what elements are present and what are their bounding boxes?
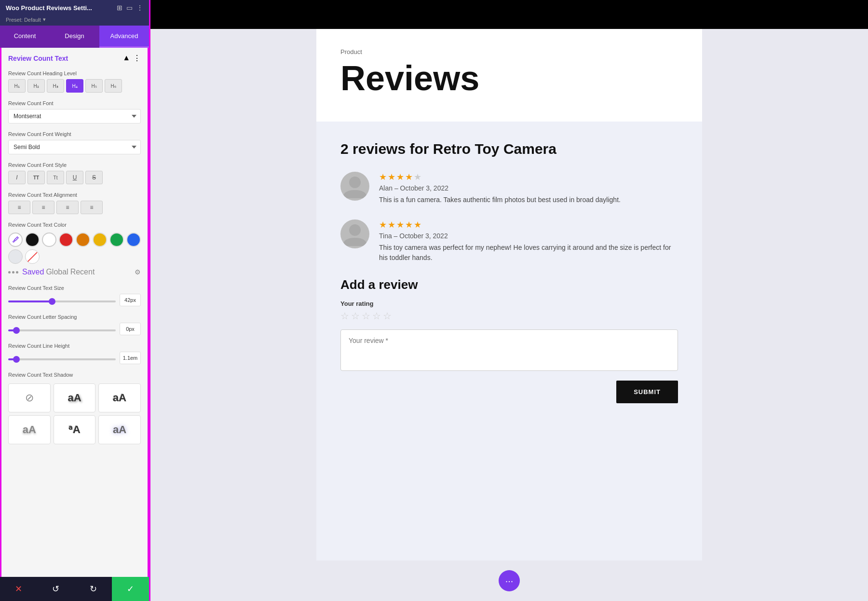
tab-advanced[interactable]: Advanced <box>99 26 149 48</box>
main-content: Product Reviews 2 reviews for Retro Toy … <box>150 0 868 601</box>
reviewer-meta-1: Alan – October 3, 2022 <box>379 184 621 192</box>
window-icon[interactable]: ▭ <box>126 4 133 12</box>
collapse-icon[interactable]: ▲ <box>122 54 130 63</box>
text-size-slider[interactable] <box>8 300 116 302</box>
no-shadow-icon: ⊘ <box>25 392 34 404</box>
color-orange[interactable] <box>76 232 90 247</box>
font-select[interactable]: Montserrat <box>8 109 141 123</box>
global-tab[interactable]: Global <box>46 268 68 276</box>
capitalize-button[interactable]: Tt <box>47 171 64 184</box>
saved-tab[interactable]: Saved <box>22 268 44 276</box>
align-right-button[interactable]: ≡ <box>56 201 79 214</box>
rating-star-5[interactable]: ☆ <box>383 310 392 322</box>
color-yellow[interactable] <box>93 232 107 247</box>
color-red[interactable] <box>59 232 73 247</box>
star-4: ★ <box>405 172 413 182</box>
letter-spacing-value[interactable]: 0px <box>120 323 141 335</box>
color-white[interactable] <box>42 232 56 247</box>
align-left-button[interactable]: ≡ <box>8 201 30 214</box>
more-icon[interactable]: ⋮ <box>136 4 143 12</box>
color-green[interactable] <box>109 232 124 247</box>
cancel-button[interactable]: ✕ <box>0 577 37 601</box>
line-height-field: Review Count Line Height 1.1em <box>1 339 148 368</box>
font-weight-select[interactable]: Semi Bold <box>8 140 141 154</box>
rating-star-4[interactable]: ☆ <box>372 310 381 322</box>
tab-design[interactable]: Design <box>50 26 99 48</box>
color-black[interactable] <box>25 232 40 247</box>
letter-spacing-field: Review Count Letter Spacing 0px <box>1 310 148 339</box>
color-more-dots[interactable] <box>8 270 18 274</box>
save-button[interactable]: ✓ <box>112 577 149 601</box>
font-weight-label: Review Count Font Weight <box>8 131 141 137</box>
reviews-count-heading: 2 reviews for Retro Toy Camera <box>340 141 678 157</box>
preset-chevron[interactable]: ▾ <box>43 16 46 23</box>
h4-button[interactable]: H₄ <box>66 79 83 93</box>
italic-button[interactable]: I <box>8 171 26 184</box>
shadow-5-button[interactable]: aA <box>98 415 141 444</box>
underline-button[interactable]: U <box>66 171 83 184</box>
shadow-1-button[interactable]: aA <box>54 383 96 412</box>
h6-button[interactable]: H₆ <box>105 79 122 93</box>
review-textarea[interactable] <box>341 330 678 369</box>
shadow-none-button[interactable]: ⊘ <box>8 383 51 412</box>
redo-button[interactable]: ↻ <box>75 577 112 601</box>
uppercase-button[interactable]: TT <box>27 171 45 184</box>
text-shadow-label: Review Count Text Shadow <box>8 372 141 378</box>
sidebar-header-actions: ⊞ ▭ ⋮ <box>117 4 143 12</box>
shadow-3-button[interactable]: aA <box>8 415 51 444</box>
grid-icon[interactable]: ⊞ <box>117 4 122 12</box>
review-content-2: ★ ★ ★ ★ ★ Tina – October 3, 2022 This to… <box>379 219 678 263</box>
color-erase[interactable] <box>25 249 40 264</box>
shadow-4-button[interactable]: ᵃA <box>54 415 96 444</box>
submit-button[interactable]: SUBMIT <box>616 381 678 403</box>
review-text-2: This toy camera was perfect for my nephe… <box>379 243 678 263</box>
text-size-slider-container <box>8 296 116 304</box>
text-color-field: Review Count Text Color <box>1 218 148 281</box>
strikethrough-button[interactable]: S <box>85 171 103 184</box>
color-light[interactable] <box>8 249 23 264</box>
undo-button[interactable]: ↺ <box>37 577 74 601</box>
text-size-label: Review Count Text Size <box>8 285 141 291</box>
section-more-icon[interactable]: ⋮ <box>133 54 141 63</box>
reviews-heading: Reviews <box>340 59 678 97</box>
h2-button[interactable]: H₂ <box>27 79 45 93</box>
shadow-2-button[interactable]: aA <box>98 383 141 412</box>
preview-area: Product Reviews 2 reviews for Retro Toy … <box>150 29 868 601</box>
product-label: Product <box>340 48 678 55</box>
submit-row: SUBMIT <box>340 381 678 403</box>
letter-spacing-label: Review Count Letter Spacing <box>8 314 141 320</box>
floating-dots-button[interactable]: ··· <box>499 570 520 591</box>
add-review-heading: Add a review <box>340 277 678 292</box>
text-color-label: Review Count Text Color <box>8 222 141 228</box>
color-settings-icon[interactable]: ⚙ <box>135 268 141 276</box>
review-content-1: ★ ★ ★ ★ ★ Alan – October 3, 2022 This is… <box>379 172 621 205</box>
rating-star-2[interactable]: ☆ <box>351 310 360 322</box>
rating-label: Your rating <box>340 300 678 307</box>
align-justify-button[interactable]: ≡ <box>81 201 103 214</box>
h1-button[interactable]: H₁ <box>8 79 26 93</box>
reviews-widget: Product Reviews <box>316 29 702 122</box>
color-blue[interactable] <box>126 232 141 247</box>
h5-button[interactable]: H₅ <box>85 79 103 93</box>
recent-tab[interactable]: Recent <box>70 268 95 276</box>
sidebar-tabs: Content Design Advanced <box>0 26 149 48</box>
line-height-value[interactable]: 1.1em <box>120 352 141 364</box>
align-center-button[interactable]: ≡ <box>32 201 54 214</box>
rating-star-3[interactable]: ☆ <box>362 310 370 322</box>
letter-spacing-slider[interactable] <box>8 329 116 331</box>
line-height-slider-container <box>8 354 116 362</box>
text-size-value[interactable]: 42px <box>120 294 141 306</box>
font-weight-field: Review Count Font Weight Semi Bold <box>1 127 148 158</box>
line-height-slider[interactable] <box>8 358 116 360</box>
reviewer-meta-2: Tina – October 3, 2022 <box>379 232 678 240</box>
star-2-1: ★ <box>379 219 387 230</box>
svg-point-2 <box>349 224 361 236</box>
font-label: Review Count Font <box>8 100 141 106</box>
eyedropper-button[interactable] <box>8 232 23 247</box>
star-3: ★ <box>396 172 404 182</box>
letter-spacing-slider-container <box>8 325 116 333</box>
rating-star-1[interactable]: ☆ <box>340 310 349 322</box>
tab-content[interactable]: Content <box>0 26 50 48</box>
h3-button[interactable]: H₃ <box>47 79 64 93</box>
star-1: ★ <box>379 172 387 182</box>
